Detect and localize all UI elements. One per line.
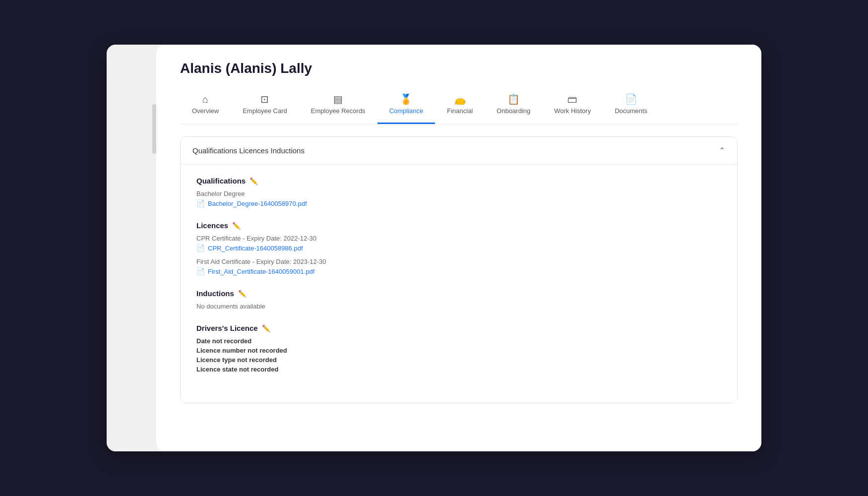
main-window: Alanis (Alanis) Lally ⌂Overview⊡Employee… — [107, 45, 761, 451]
licences-title: Licences ✏️ — [196, 221, 721, 230]
section-body: Qualifications ✏️ Bachelor Degree📄Bachel… — [181, 165, 737, 403]
drivers-licence-field: Licence type not recorded — [196, 356, 721, 364]
work-history-tab-label: Work History — [554, 107, 591, 115]
drivers-licence-edit-icon[interactable]: ✏️ — [262, 324, 270, 332]
qualifications-items: Bachelor Degree📄Bachelor_Degree-16400589… — [196, 190, 721, 207]
documents-tab-label: Documents — [615, 107, 647, 115]
licence-item: First Aid Certificate - Expiry Date: 202… — [196, 258, 721, 275]
sidebar-handle — [152, 104, 156, 154]
section-header[interactable]: Qualifications Licences Inductions ⌃ — [181, 137, 737, 165]
licences-edit-icon[interactable]: ✏️ — [232, 222, 241, 230]
qualification-file-link[interactable]: 📄Bachelor_Degree-1640058970.pdf — [196, 199, 721, 207]
work-history-tab-icon: 🗃 — [567, 94, 577, 104]
overview-tab-label: Overview — [192, 107, 219, 115]
tab-onboarding[interactable]: 📋Onboarding — [485, 88, 542, 124]
drivers-licence-title: Drivers's Licence ✏️ — [196, 324, 721, 332]
qualifications-subsection: Qualifications ✏️ Bachelor Degree📄Bachel… — [196, 177, 721, 207]
qualification-item: Bachelor Degree📄Bachelor_Degree-16400589… — [196, 190, 721, 207]
sidebar-strip — [107, 45, 156, 451]
documents-tab-icon: 📄 — [625, 94, 637, 104]
employee-records-tab-label: Employee Records — [311, 107, 366, 115]
licence-file-link[interactable]: 📄First_Aid_Certificate-1640059001.pdf — [196, 267, 721, 275]
tab-employee-card[interactable]: ⊡Employee Card — [231, 88, 299, 124]
main-card: Alanis (Alanis) Lally ⌂Overview⊡Employee… — [156, 45, 761, 451]
licence-label: First Aid Certificate - Expiry Date: 202… — [196, 258, 721, 265]
nav-tabs: ⌂Overview⊡Employee Card▤Employee Records… — [180, 88, 738, 124]
tab-overview[interactable]: ⌂Overview — [180, 88, 231, 124]
drivers-licence-field: Licence number not recorded — [196, 347, 721, 354]
licences-subsection: Licences ✏️ CPR Certificate - Expiry Dat… — [196, 221, 721, 275]
tab-work-history[interactable]: 🗃Work History — [542, 88, 603, 124]
drivers-licence-fields: Date not recordedLicence number not reco… — [196, 337, 721, 373]
onboarding-tab-icon: 📋 — [507, 94, 520, 104]
file-icon: 📄 — [196, 244, 205, 252]
employee-records-tab-icon: ▤ — [333, 94, 343, 104]
tab-employee-records[interactable]: ▤Employee Records — [299, 88, 377, 124]
onboarding-tab-label: Onboarding — [496, 107, 530, 115]
overview-tab-icon: ⌂ — [202, 94, 208, 104]
employee-name: Alanis (Alanis) Lally — [180, 61, 738, 76]
tab-compliance[interactable]: 🏅Compliance — [377, 88, 435, 124]
qualifications-edit-icon[interactable]: ✏️ — [249, 177, 258, 185]
licence-item: CPR Certificate - Expiry Date: 2022-12-3… — [196, 235, 721, 252]
financial-tab-label: Financial — [447, 107, 473, 115]
financial-tab-icon: 👝 — [454, 94, 466, 104]
file-icon: 📄 — [196, 199, 205, 207]
compliance-tab-label: Compliance — [389, 107, 424, 115]
tab-documents[interactable]: 📄Documents — [603, 88, 659, 124]
employee-card-tab-label: Employee Card — [243, 107, 287, 115]
section-card: Qualifications Licences Inductions ⌃ Qua… — [180, 136, 738, 403]
drivers-licence-subsection: Drivers's Licence ✏️ Date not recordedLi… — [196, 324, 721, 373]
employee-card-tab-icon: ⊡ — [260, 94, 269, 104]
qualifications-title: Qualifications ✏️ — [196, 177, 721, 185]
chevron-up-icon: ⌃ — [719, 146, 725, 155]
qualification-label: Bachelor Degree — [196, 190, 721, 197]
licence-file-link[interactable]: 📄CPR_Certificate-1640058986.pdf — [196, 244, 721, 252]
drivers-licence-field: Date not recorded — [196, 337, 721, 345]
inductions-edit-icon[interactable]: ✏️ — [238, 290, 247, 298]
compliance-tab-icon: 🏅 — [400, 94, 412, 104]
inductions-title: Inductions ✏️ — [196, 289, 721, 298]
tab-financial[interactable]: 👝Financial — [435, 88, 485, 124]
section-header-title: Qualifications Licences Inductions — [192, 146, 305, 155]
inductions-no-docs: No documents available — [196, 303, 721, 310]
file-icon: 📄 — [196, 267, 205, 275]
licence-label: CPR Certificate - Expiry Date: 2022-12-3… — [196, 235, 721, 242]
content-area: Qualifications Licences Inductions ⌃ Qua… — [180, 136, 738, 403]
inductions-subsection: Inductions ✏️ No documents available — [196, 289, 721, 310]
licences-items: CPR Certificate - Expiry Date: 2022-12-3… — [196, 235, 721, 275]
drivers-licence-field: Licence state not recorded — [196, 366, 721, 373]
